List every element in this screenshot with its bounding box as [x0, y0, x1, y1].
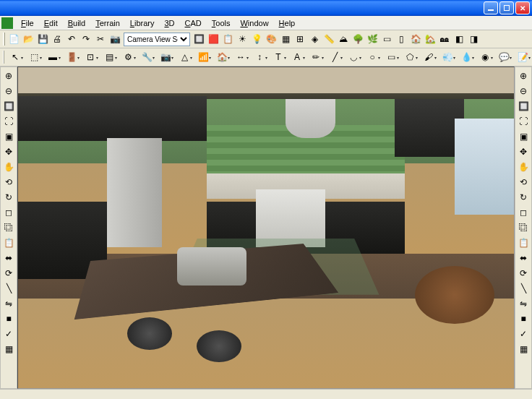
- render-icon[interactable]: 🔲: [192, 32, 206, 46]
- pan-icon[interactable]: ✋: [1, 160, 16, 174]
- roof-icon[interactable]: △: [175, 50, 194, 64]
- grid-tool-icon[interactable]: ▦: [516, 342, 531, 356]
- menu-window[interactable]: Window: [235, 17, 273, 29]
- fill-icon[interactable]: ▣: [1, 129, 16, 144]
- pan-icon[interactable]: ✋: [516, 160, 531, 174]
- line2-icon[interactable]: ╲: [516, 281, 531, 296]
- mirror2-icon[interactable]: ⇋: [516, 296, 531, 311]
- note-icon[interactable]: 📝: [513, 50, 532, 64]
- stairs-icon[interactable]: 📶: [194, 50, 213, 64]
- line-icon[interactable]: ╱: [325, 50, 344, 64]
- material-icon[interactable]: 🎨: [264, 32, 278, 46]
- spray-icon[interactable]: 💨: [438, 50, 457, 64]
- dim-icon[interactable]: ↔: [231, 50, 250, 64]
- zoom-window-icon[interactable]: 🔲: [516, 99, 531, 113]
- solid-fill-icon[interactable]: ■: [516, 312, 531, 326]
- menu-terrain[interactable]: Terrain: [90, 17, 125, 29]
- rect-icon[interactable]: ▭: [382, 50, 400, 64]
- redo-icon[interactable]: ↷: [79, 32, 93, 46]
- zoom-fit-icon[interactable]: ⛶: [1, 114, 16, 129]
- view-side-icon[interactable]: ▯: [394, 32, 408, 46]
- pointer-icon[interactable]: ↖: [6, 50, 25, 64]
- move2-icon[interactable]: ⬌: [516, 251, 531, 265]
- layers-icon[interactable]: 📋: [220, 32, 235, 46]
- tree-icon[interactable]: 🌳: [351, 32, 365, 46]
- menu-file[interactable]: File: [16, 17, 39, 29]
- arrows-icon[interactable]: ✥: [516, 145, 531, 159]
- arrows-icon[interactable]: ✥: [1, 145, 16, 159]
- poly-icon[interactable]: ⬠: [400, 50, 419, 64]
- cabinet-icon[interactable]: ▤: [100, 50, 119, 64]
- square2-icon[interactable]: ◻: [516, 205, 531, 220]
- paste2-icon[interactable]: 📋: [516, 236, 531, 250]
- close-button[interactable]: ✕: [515, 1, 530, 14]
- mirror2-icon[interactable]: ⇋: [1, 296, 16, 311]
- light-icon[interactable]: 💡: [249, 32, 264, 46]
- camera-icon[interactable]: 📷: [108, 32, 122, 46]
- zoom-in-icon[interactable]: ⊕: [1, 69, 16, 83]
- grid-icon[interactable]: ⊞: [293, 32, 307, 46]
- cube-icon[interactable]: ◧: [452, 32, 466, 46]
- rotate2-icon[interactable]: ⟳: [1, 266, 16, 280]
- undo-icon[interactable]: ↶: [64, 32, 79, 46]
- zoom-out-icon[interactable]: ⊖: [516, 84, 531, 98]
- dim2-icon[interactable]: ↕: [250, 50, 269, 64]
- grid-tool-icon[interactable]: ▦: [1, 342, 16, 356]
- open-file-icon[interactable]: 📂: [21, 32, 35, 46]
- window-icon[interactable]: ⊡: [81, 50, 100, 64]
- snap-icon[interactable]: ◈: [307, 32, 322, 46]
- copy2-icon[interactable]: ⿻: [1, 220, 16, 235]
- zoom-in-icon[interactable]: ⊕: [516, 69, 531, 83]
- save-icon[interactable]: 💾: [35, 32, 50, 46]
- rotate2-icon[interactable]: ⟳: [516, 266, 531, 280]
- house-icon[interactable]: 🏠: [213, 50, 231, 64]
- color-icon[interactable]: 🟥: [206, 32, 220, 46]
- house3-icon[interactable]: 🏘: [437, 32, 452, 46]
- camera-view-select[interactable]: Camera View Set: [124, 33, 190, 46]
- appliance-icon[interactable]: ⚙: [119, 50, 137, 64]
- door-icon[interactable]: 🚪: [62, 50, 81, 64]
- redo2-icon[interactable]: ↻: [1, 190, 16, 205]
- arc-icon[interactable]: ◡: [344, 50, 363, 64]
- move2-icon[interactable]: ⬌: [1, 251, 16, 265]
- text2-icon[interactable]: A: [288, 50, 306, 64]
- text-icon[interactable]: T: [269, 50, 288, 64]
- cube2-icon[interactable]: ◨: [466, 32, 481, 46]
- paste2-icon[interactable]: 📋: [1, 236, 16, 250]
- apply-icon[interactable]: ✓: [516, 327, 531, 341]
- cut-icon[interactable]: ✂: [93, 32, 108, 46]
- view-front-icon[interactable]: ▭: [379, 32, 394, 46]
- line2-icon[interactable]: ╲: [1, 281, 16, 296]
- menu-help[interactable]: Help: [274, 17, 301, 29]
- circle-icon[interactable]: ○: [363, 50, 382, 64]
- eyedrop-icon[interactable]: 💧: [457, 50, 476, 64]
- pencil-icon[interactable]: ✏: [306, 50, 325, 64]
- apply-icon[interactable]: ✓: [1, 327, 16, 341]
- new-file-icon[interactable]: 📄: [7, 32, 21, 46]
- menu-library[interactable]: Library: [125, 17, 160, 29]
- terrain-icon[interactable]: ⛰: [336, 32, 351, 46]
- minimize-button[interactable]: [484, 1, 498, 14]
- zoom-window-icon[interactable]: 🔲: [1, 99, 16, 113]
- menu-edit[interactable]: Edit: [39, 17, 63, 29]
- print-icon[interactable]: 🖨: [50, 32, 64, 46]
- paint-icon[interactable]: 🖌: [419, 50, 438, 64]
- texture-icon[interactable]: ▦: [278, 32, 293, 46]
- house-icon[interactable]: 🏠: [408, 32, 423, 46]
- solid-fill-icon[interactable]: ■: [1, 312, 16, 326]
- orbit-icon[interactable]: ⟲: [1, 175, 16, 189]
- redo2-icon[interactable]: ↻: [516, 190, 531, 205]
- measure-icon[interactable]: 📏: [322, 32, 336, 46]
- maximize-button[interactable]: [499, 1, 514, 14]
- viewport-3d[interactable]: [17, 66, 515, 389]
- picker-icon[interactable]: ◉: [476, 50, 494, 64]
- square2-icon[interactable]: ◻: [1, 205, 16, 220]
- menu-tools[interactable]: Tools: [207, 17, 236, 29]
- copy2-icon[interactable]: ⿻: [516, 220, 531, 235]
- wall-icon[interactable]: ▬: [43, 50, 62, 64]
- plant-icon[interactable]: 🌿: [365, 32, 379, 46]
- zoom-fit-icon[interactable]: ⛶: [516, 114, 531, 129]
- fill-icon[interactable]: ▣: [516, 129, 531, 144]
- house2-icon[interactable]: 🏡: [423, 32, 437, 46]
- sun-icon[interactable]: ☀: [235, 32, 249, 46]
